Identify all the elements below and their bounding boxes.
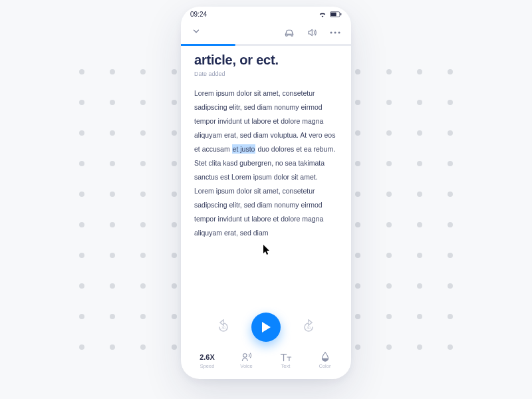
car-icon xyxy=(283,28,295,37)
text-label: Text xyxy=(281,363,291,369)
more-button[interactable] xyxy=(330,31,340,34)
volume-button[interactable] xyxy=(307,28,318,37)
rewind-icon: 30 xyxy=(215,319,231,335)
color-label: Color xyxy=(319,363,331,369)
chevron-down-icon xyxy=(192,27,201,36)
svg-text:30: 30 xyxy=(307,326,311,330)
article-date: Date added xyxy=(194,70,338,77)
text-fade-overlay xyxy=(181,281,351,307)
status-time: 09:24 xyxy=(190,11,207,18)
svg-point-3 xyxy=(330,31,332,33)
toolbar xyxy=(181,21,351,44)
article-title: article, or ect. xyxy=(194,53,338,68)
speed-value: 2.6X xyxy=(200,353,215,361)
svg-point-4 xyxy=(334,31,336,33)
play-button[interactable] xyxy=(251,313,281,342)
forward-icon: 30 xyxy=(301,319,317,335)
play-icon xyxy=(261,321,271,333)
svg-point-8 xyxy=(243,354,246,357)
voice-label: Voice xyxy=(240,363,252,369)
forward-30-button[interactable]: 30 xyxy=(301,319,317,335)
svg-text:30: 30 xyxy=(221,326,225,330)
status-bar: 09:24 xyxy=(181,7,351,21)
wifi-icon xyxy=(319,11,327,17)
droplet-icon xyxy=(321,352,329,362)
phone-frame: 09:24 article, or ect. Date added Lor xyxy=(181,7,351,379)
text-size-icon xyxy=(280,352,292,362)
speed-label: Speed xyxy=(200,363,215,369)
article-body[interactable]: Lorem ipsum dolor sit amet, consetetur s… xyxy=(194,86,338,240)
bottom-toolbar: 2.6X Speed Voice Text Color xyxy=(181,347,351,379)
body-text-post: duo dolores et ea rebum. Stet clita kasd… xyxy=(194,145,335,237)
more-horizontal-icon xyxy=(330,31,340,34)
speaker-icon xyxy=(307,28,318,37)
body-text-pre: Lorem ipsum dolor sit amet, consetetur s… xyxy=(194,89,335,153)
player-controls: 30 30 xyxy=(181,307,351,347)
collapse-button[interactable] xyxy=(192,27,201,39)
voice-button[interactable]: Voice xyxy=(227,352,266,369)
battery-icon xyxy=(330,11,342,17)
svg-point-5 xyxy=(338,31,340,33)
rewind-30-button[interactable]: 30 xyxy=(215,319,231,335)
svg-rect-1 xyxy=(331,12,336,16)
highlighted-word: et justo xyxy=(232,144,256,154)
text-button[interactable]: Text xyxy=(266,352,305,369)
color-button[interactable]: Color xyxy=(305,352,344,369)
article-content: article, or ect. Date added Lorem ipsum … xyxy=(181,46,351,307)
voice-icon xyxy=(241,352,252,362)
speed-button[interactable]: 2.6X Speed xyxy=(188,352,227,369)
car-mode-button[interactable] xyxy=(283,28,295,37)
svg-rect-2 xyxy=(340,13,341,15)
status-indicators xyxy=(319,11,342,17)
